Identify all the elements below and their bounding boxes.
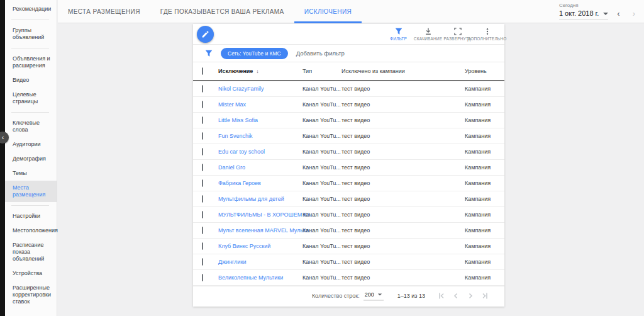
row-checkbox[interactable]	[202, 101, 203, 108]
sidebar-item[interactable]: Аудитории	[5, 137, 57, 152]
sidebar-item[interactable]: Демография	[5, 152, 57, 166]
tab[interactable]: ИСКЛЮЧЕНИЯ	[294, 0, 362, 23]
exclusion-type: Канал YouTu...	[303, 196, 341, 202]
date-range-selector: Сегодня 1 окт. 2018 г. ‹ ›	[559, 3, 635, 20]
excluded-from-campaign: тест видео	[341, 212, 370, 218]
row-checkbox[interactable]	[202, 179, 203, 187]
row-checkbox[interactable]	[202, 132, 203, 140]
row-checkbox[interactable]	[202, 227, 203, 234]
first-page-button[interactable]	[434, 291, 448, 301]
rows-per-page-value: 200	[365, 291, 374, 298]
sidebar-item[interactable]: Видео	[5, 73, 57, 87]
rows-per-page-label: Количество строк:	[312, 293, 360, 299]
date-range-button[interactable]: Сегодня 1 окт. 2018 г.	[559, 3, 608, 20]
column-excluded-from[interactable]: Исключено из кампании	[341, 68, 405, 74]
more-vertical-icon	[484, 28, 491, 35]
filter-chip-network[interactable]: Сеть: YouTube и КМС	[221, 48, 288, 59]
exclusion-link[interactable]: Edu car toy school	[218, 149, 265, 155]
column-type[interactable]: Тип	[303, 68, 312, 74]
excluded-from-campaign: тест видео	[341, 101, 370, 108]
row-checkbox[interactable]	[202, 195, 203, 203]
excluded-from-campaign: тест видео	[341, 133, 370, 139]
tab[interactable]: ГДЕ ПОКАЗЫВАЕТСЯ ВАША РЕКЛАМА	[150, 0, 294, 23]
sidebar-item[interactable]: Настройки	[5, 209, 57, 223]
exclusion-link[interactable]: Daniel Gro	[218, 164, 245, 171]
sidebar-item[interactable]: Расширенные корректировки ставок	[5, 281, 57, 309]
exclusion-link[interactable]: Nikol CrazyFamily	[218, 86, 264, 92]
exclusion-link[interactable]: Мульт вселенная MARVEL Мульти...	[218, 227, 313, 234]
sidebar-item[interactable]: Устройства	[5, 266, 57, 281]
exclusion-link[interactable]: Фабрика Героев	[218, 180, 261, 186]
sidebar-nav: Рекомендации Группы объявлений Объявлени…	[5, 0, 57, 316]
table-row: Фабрика Героев Канал YouTu... тест видео…	[193, 176, 504, 191]
row-checkbox[interactable]	[202, 242, 203, 250]
select-all-checkbox[interactable]	[202, 67, 203, 75]
exclusion-type: Канал YouTu...	[303, 274, 341, 281]
sidebar-item[interactable]: Места размещения	[5, 181, 57, 202]
sidebar-item[interactable]: Рекомендации	[5, 2, 57, 16]
tab[interactable]: МЕСТА РАЗМЕЩЕНИЯ	[58, 0, 150, 23]
filter-action-button[interactable]: ФИЛЬТР	[384, 25, 413, 41]
add-filter-button[interactable]: Добавить фильтр	[296, 50, 345, 57]
date-preset-label: Сегодня	[559, 3, 608, 8]
table-header: Исключение↓ Тип Исключено из кампании Ур…	[193, 62, 504, 81]
sidebar-item[interactable]: Объявления и расширения	[5, 52, 57, 73]
top-bar: МЕСТА РАЗМЕЩЕНИЯ ГДЕ ПОКАЗЫВАЕТСЯ ВАША Р…	[58, 0, 644, 23]
row-checkbox[interactable]	[202, 116, 203, 124]
sidebar-item[interactable]: Ключевые слова	[5, 116, 57, 137]
table-row: Little Miss Sofia Канал YouTu... тест ви…	[193, 113, 504, 128]
excluded-from-campaign: тест видео	[341, 86, 370, 92]
date-next-button[interactable]: ›	[633, 9, 635, 18]
edit-button[interactable]	[197, 26, 214, 43]
row-checkbox[interactable]	[202, 85, 203, 93]
sidebar-item[interactable]: Расписание показа объявлений	[5, 238, 57, 266]
table-row: Клуб Винкс Русский Канал YouTu... тест в…	[193, 239, 504, 254]
excluded-from-campaign: тест видео	[341, 227, 370, 234]
exclusion-link[interactable]: Великолепные Мультики	[218, 274, 283, 281]
row-checkbox[interactable]	[202, 164, 203, 171]
rows-per-page-select[interactable]: 200	[364, 291, 384, 301]
sidebar-item[interactable]: Целевые страницы	[5, 87, 57, 109]
exclusion-type: Канал YouTu...	[303, 86, 341, 92]
download-action-label: СКАЧИВАНИЕ	[414, 37, 442, 41]
download-action-button[interactable]: СКАЧИВАНИЕ	[413, 25, 443, 41]
excluded-from-campaign: тест видео	[341, 149, 370, 155]
table-footer: Количество строк: 200 1–13 из 13	[193, 286, 504, 305]
sidebar-item[interactable]: Темы	[5, 166, 57, 181]
exclusion-link[interactable]: Мультфильмы для детей	[218, 196, 284, 202]
exclusion-link[interactable]: Джинглики	[218, 259, 246, 265]
download-icon	[425, 28, 432, 35]
caret-down-icon	[603, 13, 608, 15]
pagination-controls	[434, 291, 492, 301]
sort-descending-icon: ↓	[256, 68, 259, 74]
table-row: Daniel Gro Канал YouTu... тест видео Кам…	[193, 160, 504, 176]
table-row: Джинглики Канал YouTu... тест видео Камп…	[193, 254, 504, 270]
row-checkbox[interactable]	[202, 274, 203, 281]
row-checkbox[interactable]	[202, 211, 203, 218]
chevron-left-icon	[452, 292, 460, 300]
exclusion-link[interactable]: Little Miss Sofia	[218, 117, 258, 123]
last-page-button[interactable]	[477, 291, 492, 301]
exclusion-link[interactable]: Fun Svenchik	[218, 133, 253, 139]
column-level[interactable]: Уровень	[465, 68, 487, 74]
left-collapse-strip: ‹	[0, 0, 5, 316]
exclusion-link[interactable]: Клуб Винкс Русский	[218, 243, 270, 249]
exclusion-link[interactable]: МУЛЬТФИЛЬМЫ - В ХОРОШЕМ КА...	[218, 212, 315, 218]
pagination-range: 1–13 из 13	[397, 293, 425, 299]
excluded-from-campaign: тест видео	[341, 196, 370, 202]
exclusion-level: Кампания	[465, 227, 491, 234]
more-action-button[interactable]: ДОПОЛНИТЕЛЬНО	[472, 25, 502, 41]
table-row: Nikol CrazyFamily Канал YouTu... тест ви…	[193, 81, 504, 97]
previous-page-button[interactable]	[448, 291, 463, 301]
next-page-button[interactable]	[463, 291, 477, 301]
row-checkbox[interactable]	[202, 258, 203, 266]
exclusion-link[interactable]: Mister Max	[218, 101, 246, 108]
more-action-label: ДОПОЛНИТЕЛЬНО	[468, 37, 507, 41]
row-checkbox[interactable]	[202, 148, 203, 155]
excluded-from-campaign: тест видео	[341, 259, 370, 265]
column-exclusion[interactable]: Исключение↓	[218, 68, 259, 74]
sidebar-item[interactable]: Группы объявлений	[5, 23, 57, 45]
date-prev-button[interactable]: ‹	[617, 9, 619, 18]
excluded-from-campaign: тест видео	[341, 180, 370, 186]
sidebar-item[interactable]: Местоположения	[5, 223, 57, 238]
